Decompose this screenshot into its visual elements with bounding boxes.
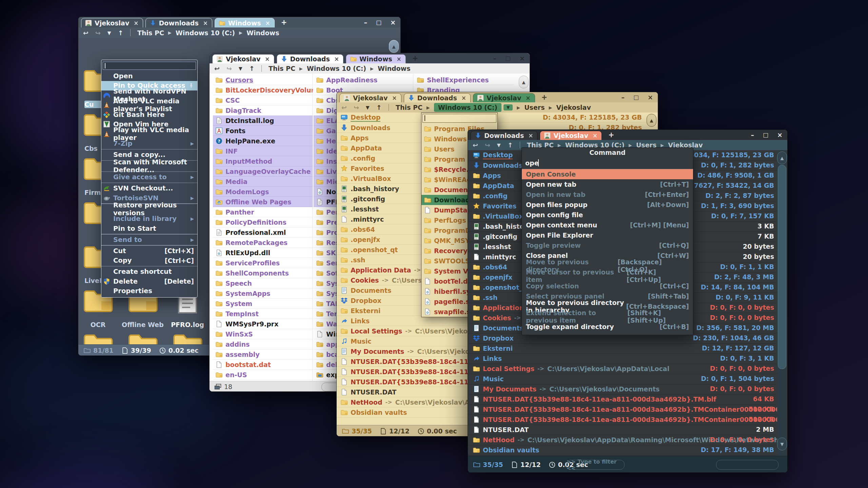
back-icon[interactable]: ↩ bbox=[214, 65, 220, 72]
menu-item-include-in-library[interactable]: Include in library▶ bbox=[101, 214, 197, 224]
minimize-button[interactable]: – bbox=[751, 131, 754, 139]
menu-item-copy[interactable]: Copy[Ctrl+C] bbox=[101, 256, 197, 266]
tab-vjekoslav[interactable]: Vjekoslav× bbox=[339, 93, 401, 102]
menu-item-cut[interactable]: Cut[Ctrl+X] bbox=[101, 246, 197, 256]
close-button[interactable]: × bbox=[777, 131, 783, 139]
tab-downloads[interactable]: Downloads× bbox=[277, 54, 343, 63]
history-dropdown-icon[interactable]: ▼ bbox=[366, 105, 370, 110]
new-tab-button[interactable]: + bbox=[408, 54, 422, 62]
file-row[interactable]: InputMethod bbox=[213, 156, 313, 166]
tab-downloads[interactable]: Downloads× bbox=[404, 93, 471, 102]
file-row[interactable]: RemotePackages bbox=[213, 238, 313, 248]
palette-item-open-new-tab[interactable]: Open new tab[Ctrl+T] bbox=[522, 179, 693, 189]
file-row[interactable]: TempInst bbox=[213, 309, 313, 319]
file-row[interactable]: Fonts bbox=[213, 126, 313, 136]
breadcrumb-item[interactable]: This PC bbox=[396, 104, 422, 111]
file-row[interactable]: ModemLogs bbox=[213, 187, 313, 197]
window-file-manager-front[interactable]: Downloads×Vjekoslav×+–□×↩↪▼↑This PC▶Wind… bbox=[468, 129, 788, 473]
back-icon[interactable]: ↩ bbox=[473, 141, 478, 149]
tab-vjekoslav[interactable]: Vjekoslav× bbox=[81, 18, 143, 27]
menu-item-create-shortcut[interactable]: Create shortcut bbox=[101, 267, 197, 277]
file-row[interactable]: LanguageOverlayCache bbox=[213, 166, 313, 177]
scroll-up-button[interactable]: ▲ bbox=[647, 114, 656, 127]
file-row[interactable]: AppReadiness bbox=[314, 75, 414, 85]
file-row[interactable]: assembly bbox=[213, 349, 313, 360]
file-row[interactable]: Media bbox=[213, 177, 313, 187]
dropdown-filter-input[interactable] bbox=[422, 114, 496, 123]
close-button[interactable]: × bbox=[648, 94, 653, 101]
tab-close-icon[interactable]: × bbox=[528, 132, 533, 139]
maximize-button[interactable]: □ bbox=[633, 94, 639, 101]
grid-item-label[interactable]: Cu bbox=[84, 101, 103, 108]
menu-item-svn-checkout-[interactable]: SVN Checkout... bbox=[101, 184, 197, 194]
context-menu[interactable]: OpenPin to Quick accessSend with NordVPN… bbox=[101, 60, 198, 298]
tab-downloads[interactable]: Downloads× bbox=[471, 131, 537, 140]
scroll-up-button[interactable]: ▲ bbox=[519, 76, 529, 88]
tab-vjekoslav[interactable]: Vjekoslav× bbox=[473, 93, 535, 102]
minimize-button[interactable]: – bbox=[622, 94, 625, 101]
tab-close-icon[interactable]: × bbox=[397, 56, 401, 62]
file-row[interactable]: eOffline Web Pages bbox=[213, 197, 313, 207]
palette-item-copy-selection[interactable]: Copy selection[Ctrl+C] bbox=[522, 281, 693, 291]
palette-item-open-config-file[interactable]: Open config file bbox=[522, 210, 693, 220]
maximize-button[interactable]: □ bbox=[763, 131, 768, 138]
tab-windows[interactable]: Windows× bbox=[215, 18, 275, 27]
tab-close-icon[interactable]: × bbox=[203, 20, 208, 26]
grid-item-label[interactable]: Offline Web Page bbox=[122, 321, 164, 328]
palette-item-open-in-new-tab[interactable]: Open in new tab[Ctrl+Enter] bbox=[522, 189, 693, 200]
up-icon[interactable]: ↑ bbox=[249, 65, 255, 72]
menu-item-scan-with-microsoft-defender-[interactable]: Scan with Microsoft Defender... bbox=[101, 161, 197, 171]
history-dropdown-icon[interactable]: ▼ bbox=[497, 142, 501, 148]
scrollbar-thumb[interactable] bbox=[778, 165, 786, 369]
file-row[interactable]: Professional.xml bbox=[213, 227, 313, 238]
minimize-button[interactable]: – bbox=[493, 55, 497, 62]
maximize-button[interactable]: □ bbox=[505, 55, 511, 62]
menu-item-add-to-vlc-media-player-s-playlist[interactable]: Add to VLC media player's Playlist bbox=[101, 100, 197, 110]
file-row[interactable]: bootstat.dat bbox=[213, 360, 313, 370]
menu-filter-input[interactable] bbox=[103, 62, 196, 70]
palette-item-move-cursor-to-previous-item[interactable]: Move cursor to previous item[Ctrl+K] [Ct… bbox=[522, 271, 693, 281]
grid-item-label[interactable]: PFRO.log bbox=[166, 321, 209, 328]
tab-close-icon[interactable]: × bbox=[593, 132, 597, 139]
file-row[interactable]: SystemApps bbox=[213, 288, 313, 299]
breadcrumb-item[interactable]: Vjekoslav bbox=[556, 104, 591, 111]
grid-item-label[interactable]: Firm bbox=[84, 189, 103, 196]
menu-item-give-access-to[interactable]: Give access to▶ bbox=[101, 172, 197, 182]
breadcrumb-item[interactable]: Windows bbox=[246, 29, 279, 37]
command-palette[interactable]: CommandopeOpen ConsoleOpen new tab[Ctrl+… bbox=[521, 147, 693, 335]
minimize-button[interactable]: – bbox=[364, 19, 368, 26]
up-icon[interactable]: ↑ bbox=[118, 29, 123, 37]
back-icon[interactable]: ↩ bbox=[341, 104, 347, 111]
tab-close-icon[interactable]: × bbox=[392, 95, 397, 101]
new-tab-button[interactable]: + bbox=[604, 131, 618, 139]
scroll-up-button[interactable]: ▲ bbox=[389, 40, 399, 53]
tab-close-icon[interactable]: × bbox=[265, 56, 270, 62]
tab-downloads[interactable]: Downloads× bbox=[145, 18, 212, 27]
file-row[interactable]: ?HelpPane.exe bbox=[213, 136, 313, 146]
file-row[interactable]: ServiceProfiles bbox=[213, 258, 313, 268]
status-filter-box[interactable]: >> Type to filter << bbox=[566, 460, 625, 470]
breadcrumb-item[interactable]: This PC bbox=[269, 65, 295, 72]
forward-icon[interactable]: ↪ bbox=[354, 104, 359, 111]
forward-icon[interactable]: ↪ bbox=[485, 141, 490, 149]
breadcrumb-drive-pill[interactable]: Windows 10 (C:) bbox=[434, 103, 501, 112]
tab-windows[interactable]: Windows× bbox=[346, 54, 406, 63]
menu-item-open[interactable]: Open bbox=[101, 71, 197, 81]
palette-item-open-context-menu[interactable]: Open context menu[Ctrl+M] [Menu] bbox=[522, 220, 693, 230]
forward-icon[interactable]: ↪ bbox=[95, 29, 101, 37]
file-row[interactable]: PolicyDefinitions bbox=[213, 217, 313, 227]
scroll-down-button[interactable]: ▼ bbox=[777, 438, 787, 450]
file-row[interactable]: Panther bbox=[213, 207, 313, 217]
file-row[interactable]: DiagTrack bbox=[213, 105, 313, 116]
file-row[interactable]: WMSysPr9.prx bbox=[213, 319, 313, 329]
file-row[interactable]: Cursors bbox=[213, 75, 313, 85]
scroll-up-button[interactable]: ▲ bbox=[777, 151, 787, 164]
palette-item-extend-selection-to-previous-item[interactable]: Extend selection to previous item[Shift+… bbox=[522, 311, 693, 322]
palette-input[interactable]: ope bbox=[522, 157, 693, 169]
history-dropdown-icon[interactable]: ▼ bbox=[239, 66, 242, 71]
breadcrumb-item[interactable]: Windows 10 (C:) bbox=[176, 29, 235, 37]
file-row[interactable]: RtlExUpd.dll bbox=[213, 248, 313, 258]
file-row[interactable]: WinSxS bbox=[213, 329, 313, 339]
tab-close-icon[interactable]: × bbox=[265, 20, 270, 26]
menu-item-restore-previous-versions[interactable]: Restore previous versions bbox=[101, 204, 197, 214]
